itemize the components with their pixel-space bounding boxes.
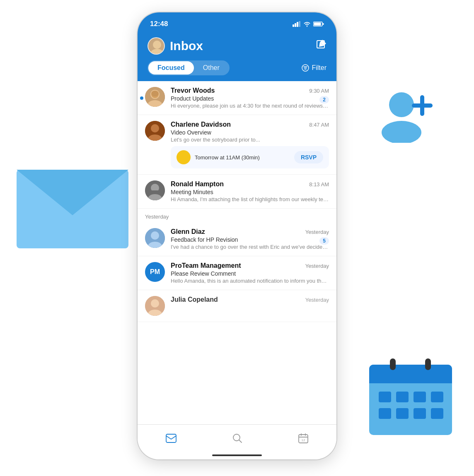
svg-point-29 [153, 41, 161, 49]
svg-rect-47 [151, 190, 159, 192]
tab-search[interactable] [232, 433, 242, 443]
status-icons [293, 21, 324, 27]
sender-name: Charlene Davidson [171, 121, 231, 128]
email-content-trevor: Trevor Woods 9:30 AM Product Updates Hi … [171, 87, 329, 109]
svg-text:12: 12 [302, 438, 305, 442]
svg-point-42 [151, 124, 159, 132]
mail-icon [166, 434, 177, 443]
search-icon [232, 433, 242, 443]
email-item-charlene[interactable]: Charlene Davidson 8:47 AM Video Overview… [138, 115, 336, 175]
svg-line-56 [239, 440, 242, 442]
svg-point-4 [389, 92, 414, 117]
email-badge: 5 [319, 237, 329, 245]
svg-rect-13 [414, 392, 426, 402]
email-content-ronald: Ronald Hampton 8:13 AM Meeting Minutes H… [171, 180, 329, 202]
calendar-icon: 12 [298, 433, 308, 443]
section-yesterday: Yesterday [138, 209, 336, 222]
email-time: 8:47 AM [309, 122, 329, 128]
sender-name: ProTeam Management [171, 262, 241, 269]
email-item-trevor[interactable]: Trevor Woods 9:30 AM Product Updates Hi … [138, 81, 336, 115]
avatar-trevor [145, 87, 165, 107]
app-header: Inbox Focused Other [138, 33, 336, 81]
email-content-proteam: ProTeam Management Yesterday Please Revi… [171, 262, 329, 284]
svg-rect-12 [396, 392, 409, 402]
svg-rect-19 [390, 358, 396, 370]
email-item-glenn[interactable]: Glenn Diaz Yesterday Feedback for HP Rev… [138, 222, 336, 256]
email-time: 9:30 AM [309, 88, 329, 94]
email-subject: Please Review Comment [171, 270, 329, 277]
email-item-julia[interactable]: Julia Copeland Yesterday [138, 290, 336, 322]
svg-rect-54 [166, 434, 176, 442]
header-left: Inbox [148, 37, 203, 55]
email-time: Yesterday [305, 263, 329, 269]
compose-button[interactable] [316, 39, 326, 53]
svg-rect-15 [379, 408, 391, 419]
email-subject: Meeting Minutes [171, 189, 329, 195]
sender-name: Ronald Hampton [171, 180, 224, 188]
home-indicator [212, 454, 262, 456]
svg-point-52 [151, 299, 159, 308]
inbox-tabs: Focused Other Filter [148, 60, 326, 81]
tab-group: Focused Other [148, 60, 230, 75]
email-subject: Video Overview [171, 129, 329, 136]
email-list: Trevor Woods 9:30 AM Product Updates Hi … [138, 81, 336, 322]
email-content-glenn: Glenn Diaz Yesterday Feedback for HP Rev… [171, 228, 329, 250]
svg-point-49 [151, 231, 159, 240]
email-time: Yesterday [305, 229, 329, 235]
svg-rect-20 [425, 358, 431, 370]
svg-rect-21 [293, 24, 294, 27]
email-subject: Product Updates [171, 95, 329, 102]
svg-rect-17 [414, 408, 426, 419]
status-time: 12:48 [150, 20, 168, 28]
email-content-charlene: Charlene Davidson 8:47 AM Video Overview… [171, 121, 329, 168]
email-preview: I've had a chance to go over the rest wi… [171, 244, 329, 250]
phone-frame: 12:48 [138, 12, 336, 459]
svg-rect-14 [431, 392, 443, 402]
avatar-ronald [145, 180, 165, 200]
svg-rect-27 [314, 23, 321, 26]
avatar-julia [145, 296, 165, 316]
user-avatar[interactable] [148, 37, 165, 55]
svg-rect-22 [295, 23, 296, 27]
rsvp-button[interactable]: RSVP [294, 151, 323, 163]
tab-focused[interactable]: Focused [148, 61, 194, 75]
email-preview: Hi Amanda, I'm attaching the list of hig… [171, 196, 329, 202]
svg-rect-16 [396, 408, 409, 419]
sender-name: Trevor Woods [171, 87, 215, 94]
avatar-glenn [145, 228, 165, 248]
envelope-decoration [17, 157, 133, 250]
email-item-proteam[interactable]: PM ProTeam Management Yesterday Please R… [138, 256, 336, 290]
svg-point-5 [382, 121, 421, 143]
sender-name: Julia Copeland [171, 296, 218, 303]
svg-rect-23 [297, 22, 298, 27]
status-bar: 12:48 [138, 12, 336, 33]
filter-label: Filter [312, 64, 326, 72]
add-person-decoration [375, 89, 441, 144]
calendar-decoration [367, 356, 454, 439]
inbox-title: Inbox [170, 39, 203, 53]
sender-name: Glenn Diaz [171, 228, 205, 236]
signal-icon [293, 21, 301, 27]
tab-calendar[interactable]: 12 [298, 433, 308, 443]
svg-rect-26 [323, 23, 324, 25]
tab-other[interactable]: Other [194, 61, 229, 75]
email-item-ronald[interactable]: Ronald Hampton 8:13 AM Meeting Minutes H… [138, 175, 336, 209]
email-time: 8:13 AM [309, 181, 329, 188]
email-preview: Hello Amanda, this is an automated notif… [171, 278, 329, 284]
avatar-charlene [145, 121, 165, 141]
svg-point-40 [151, 91, 159, 96]
svg-rect-24 [299, 21, 300, 27]
avatar-pm: PM [145, 262, 165, 282]
svg-rect-11 [379, 392, 391, 402]
tab-mail[interactable] [166, 434, 177, 443]
filter-button[interactable]: Filter [302, 64, 326, 72]
battery-icon [313, 21, 324, 27]
svg-rect-18 [431, 408, 443, 419]
email-time: Yesterday [305, 297, 329, 303]
email-preview: Let's go over the sotryboard prior to... [171, 137, 329, 143]
svg-rect-10 [369, 378, 452, 383]
calendar-dot [177, 150, 191, 164]
email-content-julia: Julia Copeland Yesterday [171, 296, 329, 303]
wifi-icon [303, 21, 311, 27]
calendar-invite: Tomorrow at 11AM (30min) RSVP [171, 146, 329, 168]
